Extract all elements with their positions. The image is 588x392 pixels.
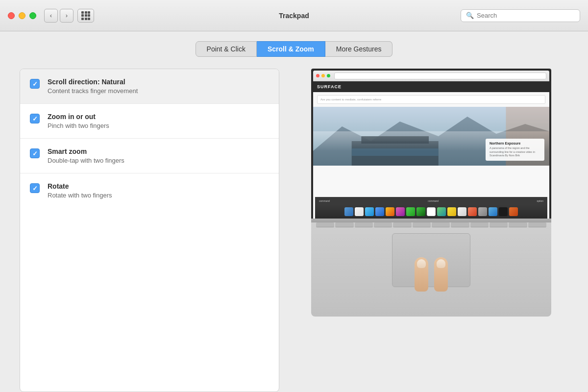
tab-bar: Point & Click Scroll & Zoom More Gesture…	[196, 41, 393, 57]
option-desc-rotate: Rotate with two fingers	[48, 192, 269, 199]
dock-icon-systemprefs	[478, 207, 487, 216]
dock-label-left: command	[319, 199, 330, 202]
fingers-on-trackpad	[415, 257, 448, 292]
dock-icon-finder	[344, 207, 353, 216]
option-desc-smart-zoom: Double-tap with two fingers	[48, 157, 269, 164]
option-zoom-in-out[interactable]: ✓ Zoom in or out Pinch with two fingers	[20, 104, 279, 139]
dock-icon-notes	[447, 207, 456, 216]
dock-icon-safari	[365, 207, 374, 216]
option-text-zoom-in-out: Zoom in or out Pinch with two fingers	[48, 113, 269, 129]
option-title-scroll-direction: Scroll direction: Natural	[48, 78, 269, 86]
back-icon: ‹	[50, 12, 52, 19]
forward-icon: ›	[66, 12, 68, 19]
fingernail-1	[417, 259, 426, 268]
dock-icon-maps	[437, 207, 446, 216]
dock-icon-itunes	[396, 207, 405, 216]
browser-close-dot	[316, 74, 319, 77]
browser-search-bar: Are you content to mediate, confutatem r…	[317, 95, 545, 104]
forward-button[interactable]: ›	[60, 9, 74, 23]
article-card: Northern Exposure A panorama of the regi…	[486, 139, 544, 161]
checkmark-icon: ✓	[32, 81, 38, 87]
checkbox-rotate[interactable]: ✓	[30, 183, 40, 193]
dock-label-right-opt: option	[537, 199, 543, 202]
option-title-smart-zoom: Smart zoom	[48, 147, 269, 155]
dock-icon-launchpad	[355, 207, 364, 216]
search-input[interactable]	[477, 12, 575, 19]
window-title: Trackpad	[279, 12, 309, 20]
browser-search-text: Are you content to mediate, confutatem r…	[320, 98, 381, 101]
site-logo: SURFACE	[317, 84, 342, 89]
option-desc-scroll-direction: Content tracks finger movement	[48, 87, 269, 95]
tab-more-gestures[interactable]: More Gestures	[325, 41, 393, 57]
checkmark-icon: ✓	[32, 185, 38, 192]
search-bar[interactable]: 🔍	[461, 9, 580, 22]
checkmark-icon: ✓	[32, 150, 38, 157]
window-controls	[8, 12, 36, 19]
option-rotate[interactable]: ✓ Rotate Rotate with two fingers	[20, 173, 279, 208]
minimize-button[interactable]	[19, 12, 25, 19]
laptop-body	[311, 219, 551, 317]
grid-button[interactable]	[77, 9, 94, 23]
dock-icon-terminal	[499, 207, 508, 216]
keyboard-row	[316, 222, 546, 227]
dock-icon-facetime	[416, 207, 425, 216]
browser-toolbar	[313, 71, 549, 81]
dock-label-bar: command command option	[315, 197, 547, 205]
browser-minimize-dot	[321, 74, 325, 77]
back-button[interactable]: ‹	[44, 9, 58, 23]
dock-icon-calendar	[427, 207, 436, 216]
article-card-text: A panorama of the region and the surroun…	[490, 147, 540, 158]
preview-panel: SURFACE Are you content to mediate, conf…	[294, 69, 568, 392]
main-content: Point & Click Scroll & Zoom More Gesture…	[0, 31, 588, 392]
dock-icon-messages	[406, 207, 415, 216]
titlebar: ‹ › Trackpad 🔍	[0, 0, 588, 31]
browser-maximize-dot	[327, 74, 330, 77]
fingernail-2	[437, 259, 445, 268]
tab-scroll-zoom[interactable]: Scroll & Zoom	[257, 41, 325, 57]
checkmark-icon: ✓	[32, 116, 38, 122]
finger-1	[415, 257, 428, 292]
options-panel: ✓ Scroll direction: Natural Content trac…	[20, 69, 279, 392]
search-icon: 🔍	[466, 12, 474, 19]
laptop-screen: SURFACE Are you content to mediate, conf…	[311, 69, 551, 219]
browser-window: SURFACE Are you content to mediate, conf…	[313, 71, 549, 219]
option-smart-zoom[interactable]: ✓ Smart zoom Double-tap with two fingers	[20, 139, 279, 173]
checkbox-zoom-in-out[interactable]: ✓	[30, 114, 40, 123]
laptop-preview: SURFACE Are you content to mediate, conf…	[311, 69, 551, 317]
option-text-rotate: Rotate Rotate with two fingers	[48, 182, 269, 199]
dock-icon-contacts	[468, 207, 477, 216]
browser-url-bar	[334, 73, 546, 79]
settings-panel: ✓ Scroll direction: Natural Content trac…	[20, 69, 568, 392]
checkbox-scroll-direction[interactable]: ✓	[30, 79, 40, 89]
dock-icon-mail	[375, 207, 384, 216]
article-card-title: Northern Exposure	[490, 142, 540, 145]
browser-header-bar: SURFACE	[313, 81, 549, 92]
browser-body: SURFACE Are you content to mediate, conf…	[313, 81, 549, 219]
laptop-notch	[416, 219, 446, 220]
maximize-button[interactable]	[29, 12, 36, 19]
dock-icon-misc	[509, 207, 518, 216]
dock-icon-photos	[386, 207, 394, 216]
svg-rect-5	[352, 148, 439, 156]
option-text-scroll-direction: Scroll direction: Natural Content tracks…	[48, 78, 269, 95]
dock-icon-appstore	[489, 207, 497, 216]
close-button[interactable]	[8, 12, 15, 19]
browser-hero: Northern Exposure A panorama of the regi…	[313, 107, 549, 166]
option-scroll-direction[interactable]: ✓ Scroll direction: Natural Content trac…	[20, 69, 279, 104]
option-text-smart-zoom: Smart zoom Double-tap with two fingers	[48, 147, 269, 164]
tab-point-click[interactable]: Point & Click	[196, 41, 257, 57]
trackpad-area	[392, 233, 470, 287]
option-title-zoom-in-out: Zoom in or out	[48, 113, 269, 121]
nav-buttons: ‹ ›	[44, 9, 74, 23]
finger-2	[434, 257, 448, 292]
grid-icon	[81, 11, 90, 20]
option-desc-zoom-in-out: Pinch with two fingers	[48, 122, 269, 129]
option-title-rotate: Rotate	[48, 182, 269, 190]
dock	[315, 205, 547, 219]
checkbox-smart-zoom[interactable]: ✓	[30, 148, 40, 158]
dock-icon-reminders	[458, 207, 466, 216]
dock-label-right-cmd: command	[428, 199, 439, 202]
